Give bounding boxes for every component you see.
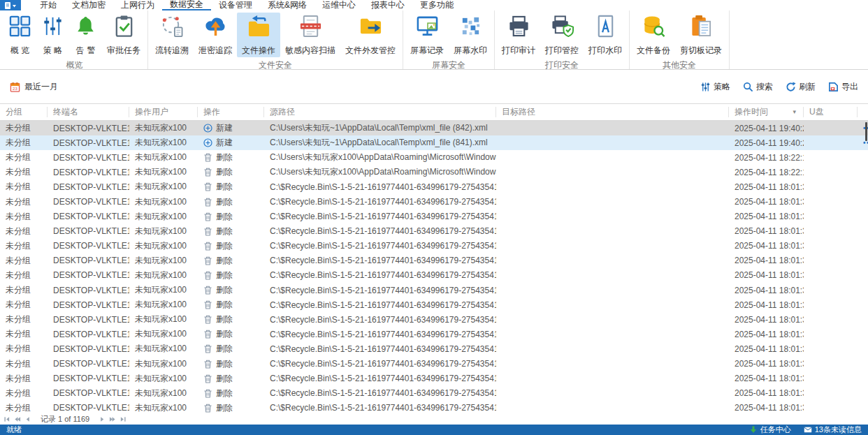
table-row[interactable]: 未分组 DESKTOP-VLKTLE1 未知玩家x100 删除 C:\$Recy… (0, 209, 868, 224)
app-menu-button[interactable] (0, 0, 21, 10)
cell-source-path: C:\$Recycle.Bin\S-1-5-21-1619774401-6349… (264, 330, 496, 339)
ribbon-item[interactable]: 文件操作 (237, 13, 280, 57)
cell-user: 未知玩家x100 (129, 226, 198, 237)
table-row[interactable]: 未分组 DESKTOP-VLKTLE1 未知玩家x100 新建 C:\Users… (0, 121, 868, 135)
cell-time: 2025-04-11 18:22:13 (729, 153, 804, 163)
ribbon-item[interactable]: 告 警 (69, 13, 102, 57)
vertical-scrollbar[interactable] (865, 122, 867, 141)
table-row[interactable]: 未分组 DESKTOP-VLKTLE1 未知玩家x100 删除 C:\$Recy… (0, 224, 868, 239)
table-row[interactable]: 未分组 DESKTOP-VLKTLE1 未知玩家x100 删除 C:\$Recy… (0, 357, 868, 371)
ribbon-item[interactable]: 概 览 (3, 13, 36, 57)
ribbon-item-label: 告 警 (76, 45, 95, 55)
cell-time: 2025-04-11 18:01:38 (729, 388, 804, 398)
column-group[interactable]: 分组 (0, 107, 48, 117)
table-row[interactable]: 未分组 DESKTOP-VLKTLE1 未知玩家x100 删除 C:\$Recy… (0, 194, 868, 209)
delete-icon (203, 315, 212, 324)
ribbon-item[interactable]: 流转追溯 (150, 13, 194, 57)
ribbon-item[interactable]: 敏感内容扫描 (280, 13, 340, 57)
cell-group: 未分组 (0, 196, 48, 208)
table-row[interactable]: 未分组 DESKTOP-VLKTLE1 未知玩家x100 删除 C:\$Recy… (0, 312, 868, 327)
table-row[interactable]: 未分组 DESKTOP-VLKTLE1 未知玩家x100 删除 C:\$Recy… (0, 179, 868, 194)
cell-group: 未分组 (0, 211, 48, 223)
toolbar-action-button[interactable]: 刷新 (786, 81, 816, 93)
column-actions (858, 107, 868, 117)
ribbon-group: 概 览 策 略 告 警 审批任务 概览 (1, 10, 148, 69)
table-row[interactable]: 未分组 DESKTOP-VLKTLE1 未知玩家x100 删除 C:\Users… (0, 150, 868, 165)
cell-source-path: C:\Users\未知玩家x100\AppData\Roaming\Micros… (264, 166, 496, 178)
ribbon-item[interactable]: 屏幕水印 (449, 13, 492, 57)
ribbon-item[interactable]: 屏幕记录 (405, 13, 449, 57)
menu-item[interactable]: 更多功能 (412, 0, 461, 10)
cell-operation: 删除 (198, 343, 264, 355)
ribbon-group: 文件备份 剪切板记录 其他安全 (630, 10, 730, 69)
toolbar-action-button[interactable]: 策略 (700, 81, 730, 93)
ribbon-item[interactable]: 打印审计 (497, 13, 540, 57)
cell-group: 未分组 (0, 181, 48, 193)
table-row[interactable]: 未分组 DESKTOP-VLKTLE1 未知玩家x100 删除 C:\Users… (0, 165, 868, 179)
table-row[interactable]: 未分组 DESKTOP-VLKTLE1 未知玩家x100 删除 C:\$Recy… (0, 371, 868, 386)
menu-item[interactable]: 开始 (32, 0, 64, 10)
cell-time: 2025-04-11 19:40:27 (729, 124, 804, 133)
table-row[interactable]: 未分组 DESKTOP-VLKTLE1 未知玩家x100 删除 C:\$Recy… (0, 239, 868, 253)
folder-out-icon (359, 15, 382, 38)
cell-user: 未知玩家x100 (129, 299, 198, 311)
pager-next-button[interactable] (99, 416, 106, 422)
menu-item[interactable]: 报表中心 (363, 0, 412, 10)
table-row[interactable]: 未分组 DESKTOP-VLKTLE1 未知玩家x100 删除 C:\$Recy… (0, 327, 868, 341)
pager-last-button[interactable] (120, 416, 126, 422)
table-row[interactable]: 未分组 DESKTOP-VLKTLE1 未知玩家x100 删除 C:\$Recy… (0, 253, 868, 268)
doc-scan-icon (299, 15, 322, 38)
date-range-filter[interactable]: 最近一月 (10, 81, 58, 93)
column-operation[interactable]: 操作 (198, 107, 264, 117)
menu-item[interactable]: 系统&网络 (260, 0, 314, 10)
task-center-button[interactable]: 任务中心 (749, 425, 791, 435)
cell-source-path: C:\$Recycle.Bin\S-1-5-21-1619774401-6349… (264, 286, 496, 295)
ribbon-item[interactable]: 文件外发管控 (340, 13, 400, 57)
menu-item[interactable]: 上网行为 (113, 0, 162, 10)
table-row[interactable]: 未分组 DESKTOP-VLKTLE1 未知玩家x100 删除 C:\$Recy… (0, 268, 868, 283)
cell-terminal: DESKTOP-VLKTLE1 (48, 124, 129, 133)
table-row[interactable]: 未分组 DESKTOP-VLKTLE1 未知玩家x100 新建 C:\Users… (0, 135, 868, 150)
pager-fast-prev-button[interactable] (14, 416, 21, 422)
ribbon-item[interactable]: 审批任务 (102, 13, 145, 57)
ribbon-item-label: 文件外发管控 (345, 45, 396, 55)
ribbon-group: 打印审计 打印管控 打印水印 打印安全 (495, 10, 630, 69)
ribbon-item-label: 流转追溯 (155, 45, 189, 55)
column-target-path[interactable]: 目标路径 (496, 107, 729, 117)
cell-terminal: DESKTOP-VLKTLE1 (48, 300, 129, 310)
column-source-path[interactable]: 源路径 (264, 107, 496, 117)
menu-item[interactable]: 文档加密 (64, 0, 113, 10)
cell-source-path: C:\$Recycle.Bin\S-1-5-21-1619774401-6349… (264, 241, 496, 251)
menu-item[interactable]: 运维中心 (314, 0, 363, 10)
cell-time: 2025-04-11 18:01:38 (729, 212, 804, 221)
table-row[interactable]: 未分组 DESKTOP-VLKTLE1 未知玩家x100 删除 C:\$Recy… (0, 386, 868, 401)
cell-user: 未知玩家x100 (129, 211, 198, 223)
table-row[interactable]: 未分组 DESKTOP-VLKTLE1 未知玩家x100 删除 C:\$Recy… (0, 401, 868, 415)
ribbon-item[interactable]: 剪切板记录 (675, 13, 727, 57)
menu-item[interactable]: 数据安全 (162, 0, 211, 10)
pager-fast-next-button[interactable] (109, 416, 116, 422)
ribbon-item[interactable]: 文件备份 (632, 13, 675, 57)
pager-first-button[interactable] (3, 416, 10, 422)
cell-operation: 删除 (198, 166, 264, 178)
column-usb[interactable]: U盘 (804, 107, 858, 117)
filter-caret-icon[interactable]: ▾ (793, 107, 796, 117)
menu-item[interactable]: 设备管理 (211, 0, 260, 10)
table-row[interactable]: 未分组 DESKTOP-VLKTLE1 未知玩家x100 删除 C:\$Recy… (0, 341, 868, 356)
cell-operation: 删除 (198, 152, 264, 163)
ribbon-item[interactable]: 打印水印 (584, 13, 627, 57)
unread-messages-button[interactable]: 13条未读信息 (804, 425, 862, 435)
toolbar-action-button[interactable]: 搜索 (743, 81, 773, 93)
table-row[interactable]: 未分组 DESKTOP-VLKTLE1 未知玩家x100 删除 C:\$Recy… (0, 297, 868, 312)
ribbon-item[interactable]: 策 略 (36, 13, 69, 57)
cell-time: 2025-04-11 18:01:38 (729, 403, 804, 413)
pager-prev-button[interactable] (24, 416, 31, 422)
table-row[interactable]: 未分组 DESKTOP-VLKTLE1 未知玩家x100 删除 C:\$Recy… (0, 283, 868, 297)
ribbon-item[interactable]: 泄密追踪 (194, 13, 237, 57)
column-user[interactable]: 操作用户 (129, 107, 198, 117)
toolbar-action-button[interactable]: 导出 (828, 81, 858, 93)
ribbon-item[interactable]: 打印管控 (540, 13, 584, 57)
cell-user: 未知玩家x100 (129, 240, 198, 252)
column-time[interactable]: 操作时间 ▾ (729, 107, 804, 117)
column-terminal[interactable]: 终端名 (48, 107, 129, 117)
